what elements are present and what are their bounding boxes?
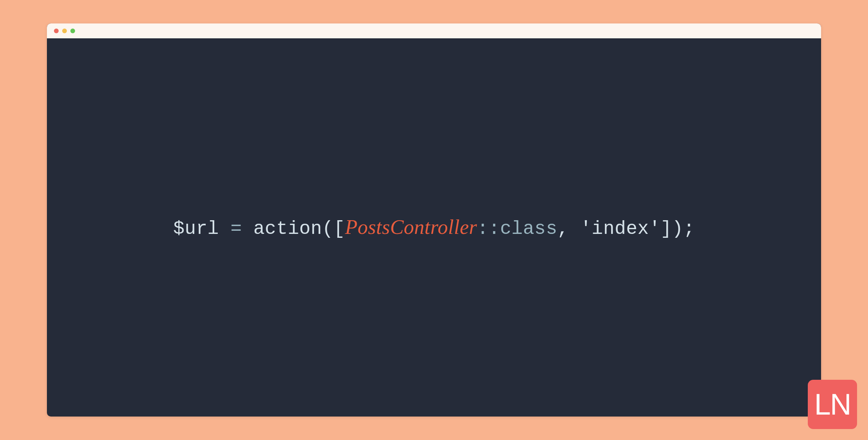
code-close-paren: ]);	[660, 218, 695, 239]
code-class-keyword: class	[500, 218, 558, 239]
code-assign: =	[219, 218, 253, 239]
code-window: $url = action([PostsController::class, '…	[47, 23, 821, 417]
window-titlebar	[47, 23, 821, 38]
code-variable: $url	[173, 218, 219, 239]
minimize-icon[interactable]	[62, 29, 67, 33]
maximize-icon[interactable]	[70, 29, 75, 33]
logo-badge: LN	[808, 380, 857, 429]
code-open-paren: ([	[322, 218, 345, 239]
code-editor: $url = action([PostsController::class, '…	[47, 38, 821, 417]
close-icon[interactable]	[54, 29, 59, 33]
code-classname: PostsController	[345, 216, 477, 238]
logo-text: LN	[814, 390, 850, 419]
code-scope-op: ::	[477, 218, 500, 239]
code-line: $url = action([PostsController::class, '…	[173, 216, 695, 239]
code-comma: ,	[557, 218, 580, 239]
code-function: action	[253, 218, 322, 239]
code-string: 'index'	[580, 218, 660, 239]
